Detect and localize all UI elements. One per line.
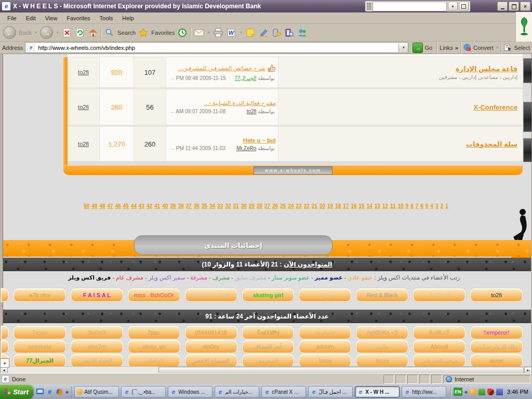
user-button[interactable]: موفي السرياني bbox=[413, 354, 466, 367]
tray-chevron-icon[interactable]: « bbox=[464, 389, 468, 395]
page-link[interactable]: 3 bbox=[435, 203, 438, 209]
menu-tools[interactable]: Tools bbox=[96, 14, 117, 22]
page-link[interactable]: 44 bbox=[131, 203, 137, 209]
history-icon[interactable] bbox=[177, 28, 188, 38]
user-button[interactable]: 0566691418 bbox=[185, 326, 237, 339]
user-button[interactable]: ملك الرولر سكيت bbox=[470, 340, 523, 353]
page-link[interactable]: 18 bbox=[335, 203, 341, 209]
page-link[interactable]: 29 bbox=[249, 203, 255, 209]
user-button[interactable]: Aboudi bbox=[413, 340, 466, 353]
page-link[interactable]: 34 bbox=[209, 203, 215, 209]
user-button[interactable]: ɱðØöKą <3 bbox=[356, 326, 408, 339]
page-link[interactable]: 12 bbox=[382, 203, 388, 209]
taskbar-task[interactable]: ecPanel X ... bbox=[261, 386, 306, 397]
moderator-link[interactable]: to2fi bbox=[78, 104, 89, 110]
page-link[interactable]: 26 bbox=[272, 203, 278, 209]
firefox-icon[interactable] bbox=[56, 388, 63, 396]
scroll-thumb[interactable] bbox=[158, 367, 524, 373]
goto-post-icon[interactable]: → bbox=[169, 109, 175, 114]
back-button[interactable]: ← bbox=[3, 26, 16, 39]
notes-icon[interactable] bbox=[245, 28, 256, 38]
search-label[interactable]: Search bbox=[117, 30, 136, 36]
page-link[interactable]: 7 bbox=[416, 203, 419, 209]
user-button-clipped[interactable] bbox=[1, 340, 9, 353]
page-link[interactable]: 4 bbox=[431, 203, 434, 209]
edit-word-icon[interactable]: W bbox=[226, 28, 236, 38]
search-icon[interactable] bbox=[104, 28, 115, 38]
taskbar-task[interactable]: Atif Qusim... bbox=[74, 386, 119, 397]
menu-edit[interactable]: Edit bbox=[22, 14, 40, 22]
back-dropdown-icon[interactable]: ▼ bbox=[34, 31, 37, 34]
page-link[interactable]: 13 bbox=[375, 203, 380, 209]
stop-icon[interactable] bbox=[62, 28, 72, 38]
user-button[interactable]: ÂoЯĿєЎ bbox=[413, 326, 466, 339]
user-button[interactable]: adoom bbox=[299, 340, 351, 353]
user-button[interactable]: ɷتوليɷ bbox=[299, 326, 351, 339]
taskbar-task[interactable]: eX - W H ... bbox=[355, 386, 400, 397]
page-link[interactable]: 5 bbox=[425, 203, 429, 209]
page-link[interactable]: 35 bbox=[202, 203, 207, 209]
user-button[interactable]: عادل bbox=[299, 288, 351, 302]
page-link[interactable]: 31 bbox=[233, 203, 239, 209]
page-link[interactable]: 27 bbox=[264, 203, 270, 209]
page-link[interactable]: 33 bbox=[217, 203, 223, 209]
taskbar-task[interactable]: eأجمل قـآلْ ... bbox=[308, 386, 353, 397]
menu-view[interactable]: View bbox=[41, 14, 62, 22]
deskbar-go-button[interactable] bbox=[459, 2, 469, 11]
user-button[interactable]: 3lo0o0l bbox=[71, 326, 123, 339]
goto-post-icon[interactable]: → bbox=[169, 75, 175, 81]
user-button[interactable]: التمساح الاخضر bbox=[185, 354, 237, 367]
page-link[interactable]: 21 bbox=[312, 203, 317, 209]
lastpost-title-link[interactable]: مقترح فعالية الدرة الشبابية -... bbox=[204, 100, 276, 107]
lastpost-title-link[interactable]: شرح خصائص المشرفين للمشرفين... bbox=[178, 65, 265, 72]
user-button[interactable]: الجنرال77 bbox=[14, 354, 66, 367]
deskbar-grip-icon[interactable] bbox=[367, 3, 371, 10]
lastpost-user-link[interactable]: Mr.ZeRo bbox=[236, 145, 256, 151]
page-link[interactable]: 6 bbox=[420, 203, 423, 209]
research-icon[interactable] bbox=[284, 28, 295, 38]
horizontal-scrollbar[interactable]: ◄ ► bbox=[0, 366, 532, 373]
address-input[interactable] bbox=[37, 43, 396, 52]
taskbar-task[interactable]: eWindows ... bbox=[168, 386, 212, 397]
page-link[interactable]: 2 bbox=[441, 203, 444, 209]
page-link[interactable]: 1 bbox=[445, 203, 448, 209]
user-button[interactable]: الخاطف bbox=[128, 354, 180, 367]
user-button[interactable]: مازن bbox=[356, 340, 408, 353]
taskbar-task[interactable]: e(¯`._.•ba... bbox=[121, 386, 166, 397]
user-button-clipped[interactable] bbox=[1, 326, 9, 339]
user-button[interactable]: to2fi bbox=[470, 288, 523, 302]
page-bottom-select[interactable]: ▼ bbox=[0, 358, 9, 368]
forward-button[interactable]: → bbox=[40, 26, 53, 39]
forum-name-link[interactable]: X-Conference bbox=[473, 103, 517, 111]
page-link[interactable]: 30 bbox=[241, 203, 247, 209]
ie-quicklaunch-icon[interactable]: e bbox=[46, 388, 54, 396]
edit-dropdown-icon[interactable]: ▼ bbox=[239, 31, 243, 34]
user-button[interactable]: Red & Black bbox=[356, 288, 408, 302]
messenger-icon[interactable] bbox=[297, 28, 308, 38]
page-link[interactable]: 48 bbox=[99, 203, 105, 209]
page-link[interactable]: 9 bbox=[406, 203, 409, 209]
user-button[interactable]: aloay_ah bbox=[128, 340, 180, 353]
lastpost-user-link[interactable]: to2fi bbox=[247, 109, 257, 114]
user-button[interactable]: miss . BshOoOr bbox=[128, 288, 180, 302]
close-button[interactable]: × bbox=[520, 2, 530, 11]
links-chevron-icon[interactable]: » bbox=[455, 45, 458, 51]
page-link[interactable]: 43 bbox=[139, 203, 144, 209]
forum-name-link[interactable]: سلة المحذوفات bbox=[466, 140, 517, 148]
favorites-icon[interactable] bbox=[138, 28, 149, 38]
page-link[interactable]: 14 bbox=[367, 203, 373, 209]
address-dropdown-button[interactable]: ▼ bbox=[398, 43, 408, 52]
start-button[interactable]: Start bbox=[0, 384, 33, 399]
page-link[interactable]: 16 bbox=[351, 203, 356, 209]
deskbar-dropdown-button[interactable]: ▼ bbox=[448, 2, 458, 11]
taskbar-task[interactable]: ehttp://ww... bbox=[402, 386, 446, 397]
user-button[interactable]: amrskate bbox=[14, 340, 66, 353]
print-icon[interactable] bbox=[213, 28, 223, 38]
network-tray-icon[interactable] bbox=[496, 389, 503, 395]
page-link[interactable]: 32 bbox=[225, 203, 231, 209]
page-link[interactable]: 40 bbox=[162, 203, 168, 209]
mail-icon[interactable] bbox=[194, 28, 204, 38]
page-link[interactable]: 23 bbox=[296, 203, 302, 209]
page-link[interactable]: 38 bbox=[178, 203, 184, 209]
user-button[interactable]: skating girl bbox=[242, 288, 295, 302]
